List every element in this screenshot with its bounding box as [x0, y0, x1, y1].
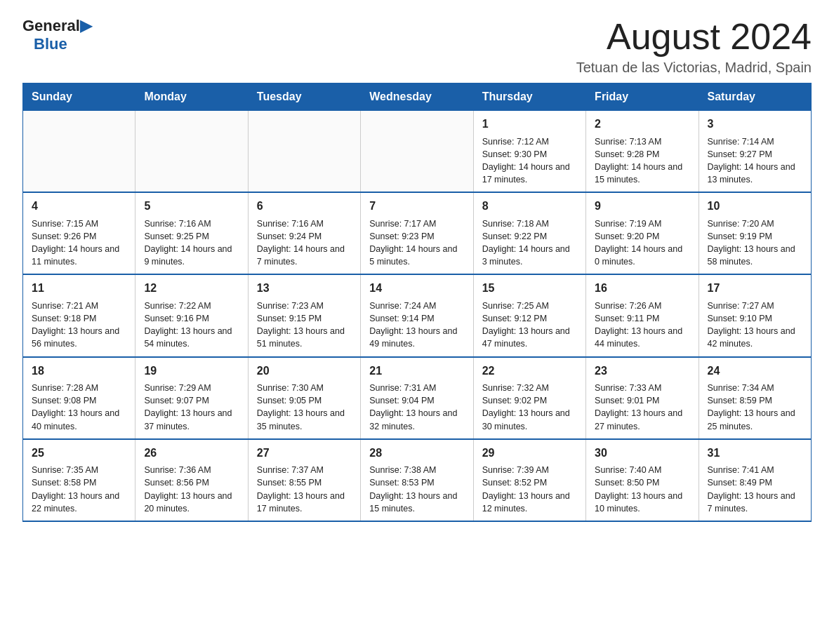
day-cell: 23Sunrise: 7:33 AM Sunset: 9:01 PM Dayli… [586, 357, 699, 439]
logo: General▶ Blue [22, 17, 92, 53]
day-number: 25 [32, 445, 126, 461]
day-cell: 3Sunrise: 7:14 AM Sunset: 9:27 PM Daylig… [699, 111, 811, 193]
day-number: 17 [708, 281, 802, 296]
day-number: 24 [708, 363, 802, 379]
day-number: 5 [144, 199, 239, 214]
header: General▶ Blue August 2024 Tetuan de las … [22, 17, 812, 76]
day-cell: 5Sunrise: 7:16 AM Sunset: 9:25 PM Daylig… [135, 192, 248, 274]
day-info: Sunrise: 7:21 AM Sunset: 9:18 PM Dayligh… [32, 301, 119, 349]
day-number: 20 [257, 363, 352, 379]
day-number: 1 [482, 116, 577, 132]
day-info: Sunrise: 7:22 AM Sunset: 9:16 PM Dayligh… [144, 301, 232, 349]
calendar-body: 1Sunrise: 7:12 AM Sunset: 9:30 PM Daylig… [23, 111, 812, 521]
header-row: SundayMondayTuesdayWednesdayThursdayFrid… [23, 83, 812, 111]
column-header-sunday: Sunday [23, 83, 135, 111]
day-cell: 12Sunrise: 7:22 AM Sunset: 9:16 PM Dayli… [135, 274, 248, 356]
day-info: Sunrise: 7:16 AM Sunset: 9:24 PM Dayligh… [257, 219, 345, 267]
day-cell: 17Sunrise: 7:27 AM Sunset: 9:10 PM Dayli… [699, 274, 811, 356]
day-info: Sunrise: 7:33 AM Sunset: 9:01 PM Dayligh… [595, 383, 682, 431]
day-number: 16 [595, 281, 689, 296]
day-cell: 9Sunrise: 7:19 AM Sunset: 9:20 PM Daylig… [586, 192, 699, 274]
day-cell: 8Sunrise: 7:18 AM Sunset: 9:22 PM Daylig… [473, 192, 585, 274]
day-info: Sunrise: 7:37 AM Sunset: 8:55 PM Dayligh… [257, 465, 345, 514]
day-number: 22 [482, 363, 577, 379]
day-info: Sunrise: 7:17 AM Sunset: 9:23 PM Dayligh… [369, 219, 457, 267]
day-cell: 21Sunrise: 7:31 AM Sunset: 9:04 PM Dayli… [361, 357, 473, 439]
column-header-wednesday: Wednesday [361, 83, 473, 111]
day-info: Sunrise: 7:16 AM Sunset: 9:25 PM Dayligh… [144, 219, 232, 267]
day-info: Sunrise: 7:24 AM Sunset: 9:14 PM Dayligh… [369, 301, 457, 349]
day-cell: 19Sunrise: 7:29 AM Sunset: 9:07 PM Dayli… [135, 357, 248, 439]
day-number: 27 [257, 445, 352, 461]
day-cell: 7Sunrise: 7:17 AM Sunset: 9:23 PM Daylig… [361, 192, 473, 274]
column-header-thursday: Thursday [473, 83, 585, 111]
day-number: 26 [144, 445, 239, 461]
day-cell: 4Sunrise: 7:15 AM Sunset: 9:26 PM Daylig… [23, 192, 135, 274]
day-cell: 20Sunrise: 7:30 AM Sunset: 9:05 PM Dayli… [248, 357, 360, 439]
month-title: August 2024 [576, 17, 812, 57]
day-info: Sunrise: 7:35 AM Sunset: 8:58 PM Dayligh… [32, 465, 119, 514]
day-cell: 25Sunrise: 7:35 AM Sunset: 8:58 PM Dayli… [23, 439, 135, 521]
logo-triangle-shape: ▶ [80, 17, 92, 34]
column-header-friday: Friday [586, 83, 699, 111]
title-block: August 2024 Tetuan de las Victorias, Mad… [576, 17, 812, 76]
day-info: Sunrise: 7:15 AM Sunset: 9:26 PM Dayligh… [32, 219, 119, 267]
day-info: Sunrise: 7:25 AM Sunset: 9:12 PM Dayligh… [482, 301, 570, 349]
day-number: 4 [32, 199, 126, 214]
location-title: Tetuan de las Victorias, Madrid, Spain [576, 60, 812, 76]
day-number: 13 [257, 281, 352, 296]
day-cell: 16Sunrise: 7:26 AM Sunset: 9:11 PM Dayli… [586, 274, 699, 356]
day-number: 11 [32, 281, 126, 296]
day-cell [135, 111, 248, 193]
day-number: 30 [595, 445, 689, 461]
day-number: 29 [482, 445, 577, 461]
day-info: Sunrise: 7:28 AM Sunset: 9:08 PM Dayligh… [32, 383, 119, 431]
day-number: 14 [369, 281, 464, 296]
day-info: Sunrise: 7:13 AM Sunset: 9:28 PM Dayligh… [595, 137, 682, 185]
day-number: 12 [144, 281, 239, 296]
day-number: 6 [257, 199, 352, 214]
column-header-monday: Monday [135, 83, 248, 111]
day-number: 19 [144, 363, 239, 379]
day-number: 7 [369, 199, 464, 214]
column-header-saturday: Saturday [699, 83, 811, 111]
day-info: Sunrise: 7:19 AM Sunset: 9:20 PM Dayligh… [595, 219, 682, 267]
day-cell: 2Sunrise: 7:13 AM Sunset: 9:28 PM Daylig… [586, 111, 699, 193]
day-info: Sunrise: 7:29 AM Sunset: 9:07 PM Dayligh… [144, 383, 232, 431]
column-header-tuesday: Tuesday [248, 83, 360, 111]
week-row-2: 4Sunrise: 7:15 AM Sunset: 9:26 PM Daylig… [23, 192, 812, 274]
day-number: 21 [369, 363, 464, 379]
day-number: 10 [708, 199, 802, 214]
week-row-1: 1Sunrise: 7:12 AM Sunset: 9:30 PM Daylig… [23, 111, 812, 193]
day-cell: 10Sunrise: 7:20 AM Sunset: 9:19 PM Dayli… [699, 192, 811, 274]
calendar-table: SundayMondayTuesdayWednesdayThursdayFrid… [22, 83, 812, 522]
day-cell: 31Sunrise: 7:41 AM Sunset: 8:49 PM Dayli… [699, 439, 811, 521]
day-number: 28 [369, 445, 464, 461]
day-info: Sunrise: 7:18 AM Sunset: 9:22 PM Dayligh… [482, 219, 570, 267]
day-info: Sunrise: 7:26 AM Sunset: 9:11 PM Dayligh… [595, 301, 682, 349]
day-number: 31 [708, 445, 802, 461]
day-number: 23 [595, 363, 689, 379]
day-number: 15 [482, 281, 577, 296]
week-row-4: 18Sunrise: 7:28 AM Sunset: 9:08 PM Dayli… [23, 357, 812, 439]
day-info: Sunrise: 7:31 AM Sunset: 9:04 PM Dayligh… [369, 383, 457, 431]
day-info: Sunrise: 7:20 AM Sunset: 9:19 PM Dayligh… [708, 219, 795, 267]
day-cell: 22Sunrise: 7:32 AM Sunset: 9:02 PM Dayli… [473, 357, 585, 439]
day-cell: 29Sunrise: 7:39 AM Sunset: 8:52 PM Dayli… [473, 439, 585, 521]
day-info: Sunrise: 7:12 AM Sunset: 9:30 PM Dayligh… [482, 137, 570, 185]
day-info: Sunrise: 7:39 AM Sunset: 8:52 PM Dayligh… [482, 465, 570, 514]
day-info: Sunrise: 7:23 AM Sunset: 9:15 PM Dayligh… [257, 301, 345, 349]
day-cell: 11Sunrise: 7:21 AM Sunset: 9:18 PM Dayli… [23, 274, 135, 356]
day-cell [248, 111, 360, 193]
logo-general-text: General▶ [22, 17, 92, 35]
day-number: 3 [708, 116, 802, 132]
day-cell: 18Sunrise: 7:28 AM Sunset: 9:08 PM Dayli… [23, 357, 135, 439]
day-cell: 24Sunrise: 7:34 AM Sunset: 8:59 PM Dayli… [699, 357, 811, 439]
day-cell: 13Sunrise: 7:23 AM Sunset: 9:15 PM Dayli… [248, 274, 360, 356]
day-cell: 26Sunrise: 7:36 AM Sunset: 8:56 PM Dayli… [135, 439, 248, 521]
day-number: 2 [595, 116, 689, 132]
day-info: Sunrise: 7:32 AM Sunset: 9:02 PM Dayligh… [482, 383, 570, 431]
day-info: Sunrise: 7:38 AM Sunset: 8:53 PM Dayligh… [369, 465, 457, 514]
day-cell: 28Sunrise: 7:38 AM Sunset: 8:53 PM Dayli… [361, 439, 473, 521]
day-info: Sunrise: 7:14 AM Sunset: 9:27 PM Dayligh… [708, 137, 795, 185]
